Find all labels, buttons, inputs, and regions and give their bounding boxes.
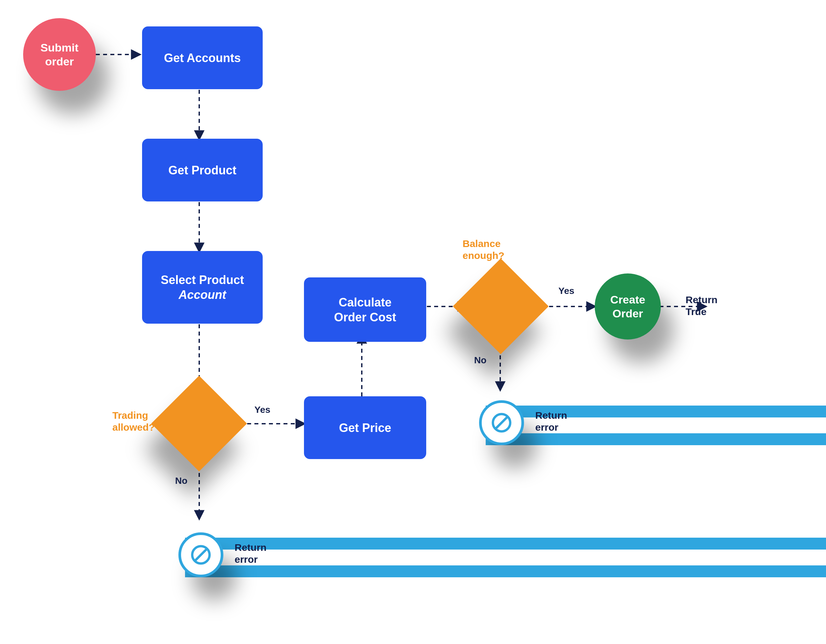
get-accounts-label: Get Accounts bbox=[164, 51, 241, 65]
svg-line-14 bbox=[496, 417, 508, 429]
process-get-accounts: Get Accounts bbox=[142, 26, 263, 89]
return-true-label: ReturnTrue bbox=[686, 294, 717, 318]
trading-allowed-question: Tradingallowed? bbox=[112, 410, 155, 433]
process-get-product: Get Product bbox=[142, 139, 263, 201]
select-product-line1: Select Product bbox=[161, 272, 244, 287]
balance-enough-question: Balanceenough? bbox=[463, 238, 505, 262]
error-bar-1a bbox=[185, 538, 826, 550]
trading-yes-label: Yes bbox=[255, 404, 270, 415]
end-create-order: CreateOrder bbox=[595, 274, 661, 339]
process-get-price: Get Price bbox=[304, 396, 426, 459]
ban-icon bbox=[189, 543, 213, 567]
create-order-label: CreateOrder bbox=[610, 293, 645, 321]
error-terminator-1 bbox=[179, 533, 224, 577]
start-label: Submitorder bbox=[40, 40, 78, 69]
error-bar-2b bbox=[486, 433, 826, 445]
process-calc-cost: CalculateOrder Cost bbox=[304, 277, 426, 342]
trading-no-label: No bbox=[175, 475, 187, 486]
error-terminator-2 bbox=[479, 400, 524, 445]
ban-icon bbox=[490, 411, 513, 434]
decision-trading-allowed bbox=[165, 390, 233, 457]
diamond-icon bbox=[453, 259, 549, 355]
process-select-product-account: Select Product Account bbox=[142, 251, 263, 324]
flowchart-canvas: Submitorder Get Accounts Get Product Sel… bbox=[0, 0, 826, 644]
balance-no-label: No bbox=[474, 355, 486, 365]
diamond-icon bbox=[151, 376, 247, 472]
calc-cost-label: CalculateOrder Cost bbox=[334, 295, 396, 325]
error-1-label: Returnerror bbox=[234, 542, 267, 565]
error-bar-1b bbox=[185, 565, 826, 577]
balance-yes-label: Yes bbox=[558, 286, 574, 296]
get-product-label: Get Product bbox=[168, 163, 236, 178]
error-2-label: Returnerror bbox=[535, 410, 567, 433]
get-price-label: Get Price bbox=[339, 420, 391, 435]
decision-balance-enough bbox=[467, 272, 534, 340]
start-node: Submitorder bbox=[23, 18, 96, 91]
select-product-line2: Account bbox=[179, 287, 226, 302]
svg-line-12 bbox=[195, 549, 207, 561]
